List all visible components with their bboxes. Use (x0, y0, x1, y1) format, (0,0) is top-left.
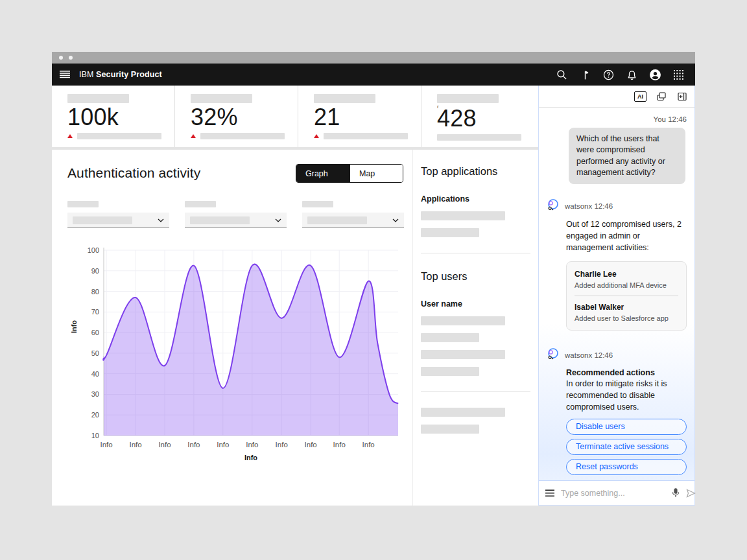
notifications-icon[interactable] (620, 64, 643, 86)
user-row-skeleton (421, 425, 479, 434)
divider (421, 391, 530, 392)
chevron-down-icon (275, 218, 281, 222)
bot-message-meta: watsonx 12:46 (565, 202, 613, 210)
kpi-value: 21 (314, 104, 408, 130)
chat-input-bar (539, 480, 694, 505)
help-icon[interactable] (597, 64, 620, 86)
svg-text:100: 100 (88, 246, 99, 254)
trend-up-icon (191, 134, 196, 138)
user-activity: Added user to Salesforce app (575, 314, 678, 322)
filter-dropdown[interactable] (302, 213, 404, 228)
toggle-map[interactable]: Map (350, 165, 403, 182)
recommended-actions-title: Recommended actions (566, 368, 687, 377)
app-window: IBM Security Product (52, 52, 695, 506)
chevron-down-icon (158, 218, 164, 222)
user-name: Isabel Walker (575, 303, 678, 312)
app-header: IBM Security Product (52, 64, 695, 86)
hamburger-menu-icon[interactable] (52, 64, 78, 86)
top-applications-title: Top applications (421, 165, 530, 178)
user-row-skeleton (421, 408, 505, 417)
user-row-skeleton (421, 316, 505, 325)
disable-users-button[interactable]: Disable users (566, 419, 687, 435)
filter-dropdown[interactable] (67, 213, 169, 228)
svg-text:70: 70 (91, 308, 99, 316)
kpi-value: 428 (437, 106, 525, 132)
svg-text:Info: Info (217, 441, 229, 449)
microphone-icon[interactable] (672, 488, 680, 498)
kpi-label-skeleton (314, 94, 375, 103)
chart-y-axis-title: Info (70, 320, 78, 333)
bot-message-meta: watsonx 12:46 (565, 351, 613, 359)
send-icon[interactable] (686, 489, 696, 498)
kpi-label-skeleton (437, 94, 499, 103)
main-content: 100k 32% 21 r 428 (52, 86, 538, 506)
watsonx-avatar-icon (547, 347, 560, 363)
chat-text-input[interactable] (561, 489, 665, 498)
application-row-skeleton (421, 211, 505, 220)
filter-value-skeleton (190, 216, 250, 224)
chat-panel-header: AI (539, 86, 694, 108)
filter-group (302, 201, 404, 228)
svg-text:Info: Info (362, 441, 375, 449)
compromised-users-card: Charlie Lee Added additional MFA device … (566, 261, 687, 331)
svg-text:Info: Info (305, 441, 317, 449)
window-titlebar (52, 52, 695, 64)
kpi-card: 21 (298, 86, 421, 147)
chevron-down-icon (392, 218, 399, 222)
side-panel-icon[interactable] (676, 91, 688, 102)
kpi-card: 32% (174, 86, 298, 147)
chat-scroll-area[interactable]: You 12:46 Which of the users that were c… (539, 108, 694, 480)
recommended-actions-body: In order to mitigate risks it is recomme… (566, 379, 687, 413)
bot-message-text: Out of 12 compromised users, 2 engaged i… (566, 219, 687, 253)
svg-text:60: 60 (91, 329, 99, 336)
svg-text:30: 30 (91, 390, 99, 398)
svg-text:10: 10 (91, 432, 99, 439)
copy-icon[interactable] (656, 91, 667, 102)
username-column-header: User name (421, 299, 530, 309)
svg-text:Info: Info (100, 441, 112, 449)
user-name: Charlie Lee (575, 270, 678, 279)
filter-value-skeleton (73, 216, 132, 224)
search-icon[interactable] (550, 64, 573, 86)
kpi-card: r 428 (421, 86, 538, 147)
svg-text:Info: Info (158, 441, 171, 449)
filter-group (185, 201, 287, 228)
user-activity: Added additional MFA device (575, 281, 678, 289)
reset-passwords-button[interactable]: Reset passwords (566, 459, 687, 475)
filter-dropdown[interactable] (185, 213, 287, 228)
filter-value-skeleton (307, 216, 367, 224)
app-switcher-icon[interactable] (667, 64, 690, 86)
filter-row (67, 201, 412, 228)
watsonx-chat-panel: AI You 12:46 Which of the users that wer… (538, 86, 695, 506)
section-title: Authentication activity (67, 165, 200, 181)
terminate-sessions-button[interactable]: Terminate active sessions (566, 439, 687, 455)
user-row-skeleton (421, 350, 505, 359)
app-title: IBM Security Product (79, 70, 162, 79)
ai-badge[interactable]: AI (634, 91, 646, 102)
window-control-dot[interactable] (59, 56, 63, 60)
svg-text:Info: Info (246, 441, 258, 449)
svg-text:90: 90 (91, 267, 99, 275)
top-users-title: Top users (421, 270, 530, 283)
prompt-menu-icon[interactable] (545, 489, 554, 497)
trend-up-icon (67, 134, 73, 138)
user-row-skeleton (421, 333, 479, 342)
watsonx-avatar-icon (547, 198, 560, 214)
window-control-dot[interactable] (69, 56, 73, 60)
toggle-graph[interactable]: Graph (296, 165, 350, 182)
user-message-bubble: Which of the users that were compromised… (569, 128, 685, 184)
trend-up-icon (314, 134, 319, 138)
kpi-value: 100k (67, 104, 161, 130)
filter-group (67, 201, 169, 228)
svg-text:80: 80 (91, 288, 99, 296)
svg-text:40: 40 (91, 370, 99, 378)
graph-map-toggle: Graph Map (296, 164, 403, 183)
divider (421, 253, 530, 253)
kpi-label-skeleton (67, 94, 129, 103)
svg-text:Info: Info (333, 441, 346, 449)
signpost-icon[interactable] (573, 64, 597, 86)
filter-label-skeleton (302, 201, 333, 207)
user-avatar-icon[interactable] (643, 64, 667, 86)
authentication-activity-section: Authentication activity Graph Map (52, 150, 413, 506)
kpi-row: 100k 32% 21 r 428 (52, 86, 538, 147)
